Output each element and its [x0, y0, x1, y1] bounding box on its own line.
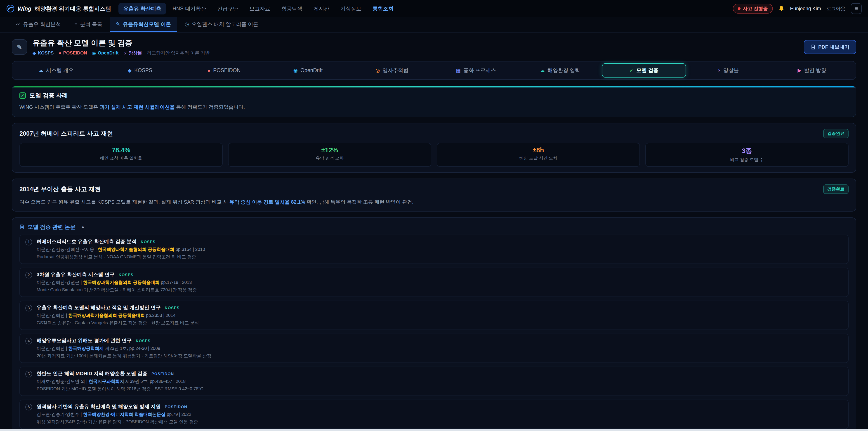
paper-pages-year: pp.17-18 | 2013	[161, 280, 192, 285]
brand-logo-text: Wing	[18, 5, 31, 12]
stat-box-coastal-match: 78.4% 해안 표착 예측 일치율	[20, 143, 223, 167]
topnav-right-group: 사고 진행중 Eunjeong Kim 로그아웃 ≡	[733, 3, 862, 14]
section-nav-weathering[interactable]: ▦ 풍화 프로세스	[434, 63, 518, 78]
paper-item-2[interactable]: 2 3차원 유출유 확산예측 시스템 연구 KOSPS 이문진·김혜진·강권근 …	[20, 268, 848, 297]
circle-dot-icon: ◉	[293, 68, 298, 73]
model-badge-opendrift: ◉ OpenDrift	[92, 51, 119, 56]
section-nav-ensemble[interactable]: ⚡ 앙상블	[686, 63, 770, 78]
bolt-icon: ⚡	[124, 51, 127, 56]
paper-number: 4	[25, 338, 32, 344]
nav-item-hns-diffusion[interactable]: HNS·대기확산	[167, 3, 211, 14]
stat-value: 78.4%	[24, 147, 218, 154]
section-nav-kosps[interactable]: ◆ KOSPS	[98, 63, 182, 78]
page-title: 유출유 확산 모델 이론 및 검증	[33, 38, 210, 48]
text-prefix: WING 시스템의 유출유 확산 모델은	[20, 104, 99, 110]
tab-spill-analysis[interactable]: 유출유 확산분석	[9, 17, 67, 32]
paper-item-4[interactable]: 4 해양유류오염사고 위해도 평가에 관한 연구 KOSPS 이문진·김혜진 |…	[20, 334, 848, 363]
tab-model-theory[interactable]: ✎ 유출유확산모델 이론	[110, 17, 178, 32]
section-nav-label: OpenDrift	[301, 67, 322, 73]
nav-item-weather-info[interactable]: 기상정보	[336, 3, 366, 14]
horizontal-scrollbar[interactable]	[0, 429, 868, 431]
paper-model-badge: KOSPS	[135, 339, 151, 343]
section-nav-model-validation[interactable]: ✓ 모델 검증	[602, 63, 686, 78]
stat-box-slick-area-error: ±12% 유막 면적 오차	[228, 143, 431, 167]
paper-item-5[interactable]: 5 한반도 인근 해역 MOHID 지역 해양순환 모델 검증 POSEIDON…	[20, 367, 848, 396]
chart-line-icon	[16, 22, 20, 27]
paper-authors: 김도연·김종기·양찬수 |	[37, 412, 82, 417]
paper-item-3[interactable]: 3 유출유 확산예측 모델의 해양사고 적용 및 개선방안 연구 KOSPS 이…	[20, 301, 848, 330]
paper-journal-link[interactable]: 한국해양과학기술협의회 공동학술대회	[68, 313, 145, 318]
section-nav-label: 입자추적법	[382, 67, 408, 74]
paper-model-badge: POSEIDON	[165, 405, 187, 409]
target-icon: ◎	[375, 68, 380, 73]
paper-body: 해양유류오염사고 위해도 평가에 관한 연구 KOSPS 이문진·김혜진 | 한…	[37, 337, 843, 359]
paper-journal-link[interactable]: 한국해양공학회지	[68, 346, 104, 351]
paper-pages-year: 제39권 5호, pp.436-457 | 2018	[125, 379, 186, 384]
case-title: 2007년 허베이 스피리트 사고 재현	[20, 129, 113, 137]
section-nav-label: 모델 검증	[636, 67, 658, 74]
document-icon	[20, 224, 24, 229]
paper-model-badge: POSEIDON	[151, 372, 174, 376]
paper-journal-link[interactable]: 한국해양과학기술협의회 공동학술대회	[98, 247, 175, 252]
text-suffix: 통해 정확도가 검증되었습니다.	[175, 104, 245, 110]
paper-journal-link[interactable]: 한국해양과학기술협의회 공동학술대회	[83, 280, 160, 285]
paper-description: Monte Carlo Simulation 기반 3D 확산모델 · 허베이 …	[37, 287, 843, 293]
paper-authors: 이문진·김혜진 |	[37, 346, 67, 351]
section-nav-label: 발전 방향	[804, 67, 826, 74]
section-nav-overview[interactable]: ☁ 시스템 개요	[14, 63, 98, 78]
model-badge-label: 앙상블	[129, 50, 142, 56]
collapse-toggle-icon[interactable]: ▲	[81, 224, 85, 229]
circle-target-icon: ◎	[184, 21, 189, 27]
highlight-text: 유막 중심 이동 경로 일치율 82.1%	[229, 199, 305, 205]
tab-oil-fence-theory[interactable]: ◎ 오일펜스 배치 알고리즘 이론	[178, 17, 265, 32]
text-suffix: 확인. 남해 특유의 복잡한 조류 패턴 반영이 관건.	[305, 199, 413, 205]
paper-description: Radarsat 인공위성영상 비교 분석 · NOAA GNOME과 동일 입…	[37, 254, 843, 260]
pen-icon: ✎	[116, 21, 120, 27]
model-badge-kosps: ◆ KOSPS	[33, 51, 54, 56]
paper-pages-year: pp.3154 | 2010	[176, 247, 205, 252]
nav-item-reports[interactable]: 보고자료	[244, 3, 275, 14]
section-nav-poseidon[interactable]: ● POSEIDON	[182, 63, 266, 78]
nav-item-emergency-rescue[interactable]: 긴급구난	[212, 3, 243, 14]
logout-button[interactable]: 로그아웃	[827, 5, 845, 12]
paper-description: 20년 과거자료 기반 100회 몬테카를로 통계 위험평가 · 가로림만 해안…	[37, 353, 843, 359]
section-nav-ocean-input[interactable]: ☁ 해양환경 입력	[518, 63, 602, 78]
section-nav-particle-tracking[interactable]: ◎ 입자추적법	[350, 63, 434, 78]
paper-meta: 김도연·김종기·양찬수 | 한국해양환경·에너지학회 학술대회논문집 pp.79…	[37, 411, 843, 418]
papers-section-title[interactable]: 모델 검증 관련 논문	[20, 223, 75, 230]
case-title: 2014년 우이산 충돌 사고 재현	[20, 185, 101, 193]
incident-status-badge[interactable]: 사고 진행중	[733, 4, 773, 13]
stat-box-arrival-time-error: ±8h 해안 도달 시간 오차	[437, 143, 640, 167]
paper-journal-link[interactable]: 한국해양환경·에너지학회 학술대회논문집	[83, 412, 165, 417]
paper-description: POSEIDON 기반 MOHID 모델 동아시아 해역 2016년 검증 · …	[37, 386, 843, 392]
section-nav-future-direction[interactable]: ▶ 발전 방향	[770, 63, 854, 78]
paper-item-1[interactable]: 1 허베이스피리트호 유출유 확산예측 검증 분석 KOSPS 이문진·김선동·…	[20, 235, 848, 264]
page-header-text: 유출유 확산 모델 이론 및 검증 ◆ KOSPS ● POSEIDON ◉ O…	[33, 38, 210, 56]
tab-label: 유출유 확산분석	[23, 21, 61, 28]
nav-item-integrated-search[interactable]: 통합조회	[368, 3, 398, 14]
tab-analysis-list[interactable]: ≡ 분석 목록	[68, 17, 108, 32]
papers-title-label: 모델 검증 관련 논문	[28, 223, 75, 230]
hamburger-menu-button[interactable]: ≡	[851, 3, 862, 14]
paper-body: 3차원 유출유 확산예측 시스템 연구 KOSPS 이문진·김혜진·강권근 | …	[37, 271, 843, 293]
tab-label: 유출유확산모델 이론	[123, 21, 171, 28]
stat-value: ±12%	[233, 147, 426, 154]
section-nav-label: 앙상블	[723, 67, 739, 74]
paper-number: 2	[25, 272, 32, 278]
nav-item-board[interactable]: 게시판	[309, 3, 334, 14]
pdf-export-button[interactable]: PDF 내보내기	[804, 40, 856, 54]
green-checkbox-icon: ✓	[20, 92, 26, 99]
section-nav-opendrift[interactable]: ◉ OpenDrift	[266, 63, 350, 78]
app-brand[interactable]: Wing 해양환경 위기대응 통합시스템	[6, 4, 111, 13]
notification-bell-icon[interactable]	[778, 5, 784, 12]
text-prefix: 여수 오동도 인근 원유 유출 사고를 KOSPS 모델로 재현한 결과, 실제…	[20, 199, 229, 205]
nav-item-spill-prediction[interactable]: 유출유 확산예측	[119, 3, 166, 14]
paper-body: 원격탐사 기반의 유출유 확산예측 및 해양오염 방제 지원 POSEIDON …	[37, 403, 843, 425]
nav-item-aerial-search[interactable]: 항공탐색	[276, 3, 307, 14]
paper-journal-link[interactable]: 한국지구과학회지	[89, 379, 124, 384]
pdf-export-label: PDF 내보내기	[818, 43, 849, 51]
paper-item-6[interactable]: 6 원격탐사 기반의 유출유 확산예측 및 해양오염 방제 지원 POSEIDO…	[20, 400, 848, 429]
paper-model-badge: KOSPS	[119, 273, 133, 277]
main-content: ✎ 유출유 확산 모델 이론 및 검증 ◆ KOSPS ● POSEIDON ◉…	[0, 38, 868, 431]
stat-label: 비교 검증 모델 수	[650, 157, 844, 163]
